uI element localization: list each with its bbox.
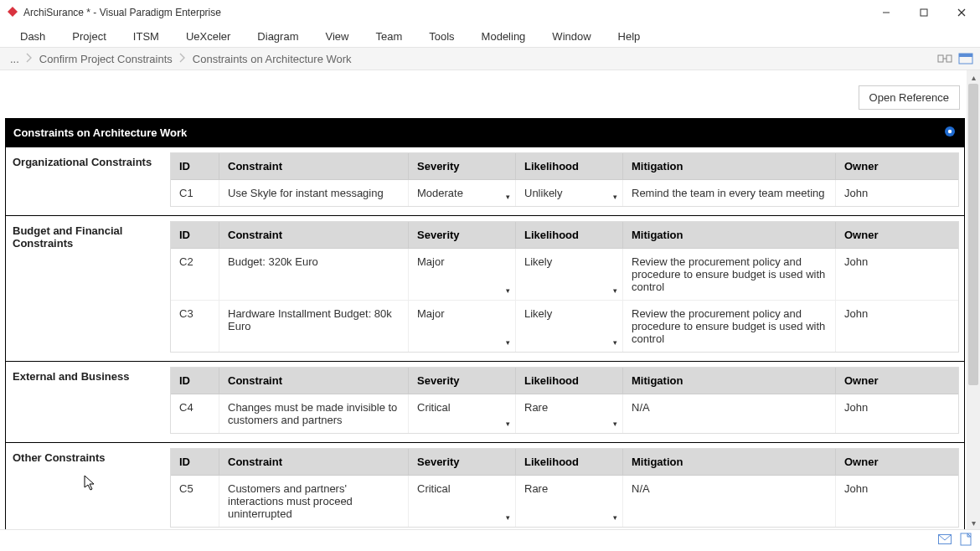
svg-rect-9 xyxy=(959,54,972,57)
dropdown-arrow-icon[interactable]: ▾ xyxy=(613,513,617,522)
breadcrumb-root[interactable]: ... xyxy=(5,53,24,65)
svg-rect-5 xyxy=(938,55,943,62)
section-label: External and Business xyxy=(6,362,170,442)
cell-owner[interactable]: John xyxy=(836,301,958,352)
cell-constraint[interactable]: Changes must be made invisible to custom… xyxy=(219,394,409,433)
scrollbar-thumb[interactable] xyxy=(968,84,978,385)
dropdown-arrow-icon[interactable]: ▾ xyxy=(506,513,510,522)
note-icon[interactable] xyxy=(960,533,972,548)
col-header-severity: Severity xyxy=(409,222,516,249)
cell-likelihood[interactable]: Unlikely▾ xyxy=(516,180,623,206)
menu-item-dash[interactable]: Dash xyxy=(7,27,59,46)
window-title: ArchiSurance * - Visual Paradigm Enterpr… xyxy=(23,7,221,18)
cell-id[interactable]: C4 xyxy=(171,394,219,433)
close-button[interactable] xyxy=(942,0,980,25)
menu-item-view[interactable]: View xyxy=(312,27,362,46)
menu-item-diagram[interactable]: Diagram xyxy=(244,27,312,46)
dropdown-arrow-icon[interactable]: ▾ xyxy=(613,420,617,428)
diagram-toolbar-icon[interactable] xyxy=(936,52,953,65)
section-body: IDConstraintSeverityLikelihoodMitigation… xyxy=(170,362,964,442)
dropdown-arrow-icon[interactable]: ▾ xyxy=(613,338,617,347)
cell-owner[interactable]: John xyxy=(836,476,958,527)
cell-severity[interactable]: Moderate▾ xyxy=(409,180,516,206)
col-header-owner: Owner xyxy=(836,368,958,394)
cell-owner[interactable]: John xyxy=(836,249,958,301)
table-row: C5Customers and partners' interactions m… xyxy=(171,476,958,527)
section-row: Organizational ConstraintsIDConstraintSe… xyxy=(6,147,964,216)
svg-rect-6 xyxy=(946,55,952,62)
col-header-mitigation: Mitigation xyxy=(623,222,836,249)
col-header-constraint: Constraint xyxy=(219,222,409,249)
dropdown-arrow-icon[interactable]: ▾ xyxy=(613,286,617,295)
cell-mitigation[interactable]: Review the procurement policy and proced… xyxy=(623,301,836,352)
cell-mitigation[interactable]: N/A xyxy=(623,476,836,527)
cell-severity[interactable]: Major▾ xyxy=(409,249,516,301)
menu-item-help[interactable]: Help xyxy=(605,27,654,46)
section-label: Other Constraints xyxy=(6,443,170,529)
page-title-bar: Constraints on Architecture Work xyxy=(5,118,965,147)
dropdown-arrow-icon[interactable]: ▾ xyxy=(506,193,510,201)
constraints-table: IDConstraintSeverityLikelihoodMitigation… xyxy=(170,448,959,528)
cell-severity[interactable]: Major▾ xyxy=(409,301,516,352)
minimize-button[interactable] xyxy=(867,0,905,25)
cell-constraint[interactable]: Customers and partners' interactions mus… xyxy=(219,476,409,527)
maximize-button[interactable] xyxy=(905,0,942,25)
open-reference-button[interactable]: Open Reference xyxy=(859,85,960,110)
section-label: Organizational Constraints xyxy=(6,147,170,215)
mail-icon[interactable] xyxy=(938,534,952,547)
cell-id[interactable]: C3 xyxy=(171,301,219,352)
col-header-severity: Severity xyxy=(409,368,516,394)
table-row: C1Use Skyle for instant messagingModerat… xyxy=(171,180,958,206)
menu-item-team[interactable]: Team xyxy=(362,27,415,46)
chevron-right-icon xyxy=(26,52,33,66)
cell-owner[interactable]: John xyxy=(836,394,958,433)
menu-item-window[interactable]: Window xyxy=(539,27,604,46)
cell-severity[interactable]: Critical▾ xyxy=(409,394,516,433)
dropdown-arrow-icon[interactable]: ▾ xyxy=(613,193,617,201)
cell-constraint[interactable]: Budget: 320k Euro xyxy=(219,249,409,301)
menu-item-uexceler[interactable]: UeXceler xyxy=(173,27,244,46)
menu-item-tools[interactable]: Tools xyxy=(415,27,467,46)
breadcrumb-item-1[interactable]: Confirm Project Constraints xyxy=(34,53,178,65)
breadcrumb-item-2[interactable]: Constraints on Architecture Work xyxy=(188,53,357,65)
cell-likelihood[interactable]: Likely▾ xyxy=(516,249,623,301)
page-title: Constraints on Architecture Work xyxy=(13,126,187,139)
constraints-table: IDConstraintSeverityLikelihoodMitigation… xyxy=(170,152,959,207)
scroll-down-icon[interactable]: ▾ xyxy=(967,516,980,529)
location-pin-icon[interactable] xyxy=(943,125,957,141)
cell-mitigation[interactable]: Remind the team in every team meeting xyxy=(623,180,836,206)
section-body: IDConstraintSeverityLikelihoodMitigation… xyxy=(170,216,964,361)
cell-owner[interactable]: John xyxy=(836,180,958,206)
cell-id[interactable]: C2 xyxy=(171,249,219,301)
cell-constraint[interactable]: Hardware Installment Budget: 80k Euro xyxy=(219,301,409,352)
menu-item-modeling[interactable]: Modeling xyxy=(468,27,539,46)
vertical-scrollbar[interactable]: ▴ ▾ xyxy=(967,70,980,529)
scroll-up-icon[interactable]: ▴ xyxy=(967,70,980,84)
panel-toolbar-icon[interactable] xyxy=(958,52,973,65)
col-header-likelihood: Likelihood xyxy=(516,153,623,180)
cell-id[interactable]: C1 xyxy=(171,180,219,206)
cell-constraint[interactable]: Use Skyle for instant messaging xyxy=(219,180,409,206)
svg-rect-2 xyxy=(921,9,927,16)
col-header-owner: Owner xyxy=(836,153,958,180)
menu-item-project[interactable]: Project xyxy=(59,27,119,46)
cell-likelihood[interactable]: Rare▾ xyxy=(516,476,623,527)
dropdown-arrow-icon[interactable]: ▾ xyxy=(506,420,510,428)
cell-id[interactable]: C5 xyxy=(171,476,219,527)
col-header-id: ID xyxy=(171,153,219,180)
svg-marker-0 xyxy=(8,7,18,17)
dropdown-arrow-icon[interactable]: ▾ xyxy=(506,286,510,295)
col-header-mitigation: Mitigation xyxy=(623,449,836,476)
svg-point-11 xyxy=(948,130,952,133)
cell-mitigation[interactable]: Review the procurement policy and proced… xyxy=(623,249,836,301)
section-body: IDConstraintSeverityLikelihoodMitigation… xyxy=(170,147,964,215)
col-header-constraint: Constraint xyxy=(219,368,409,394)
cell-likelihood[interactable]: Likely▾ xyxy=(516,301,623,352)
section-row: External and BusinessIDConstraintSeverit… xyxy=(6,362,964,443)
dropdown-arrow-icon[interactable]: ▾ xyxy=(506,338,510,347)
cell-mitigation[interactable]: N/A xyxy=(623,394,836,433)
col-header-likelihood: Likelihood xyxy=(516,222,623,249)
cell-severity[interactable]: Critical▾ xyxy=(409,476,516,527)
menu-item-itsm[interactable]: ITSM xyxy=(120,27,173,46)
cell-likelihood[interactable]: Rare▾ xyxy=(516,394,623,433)
